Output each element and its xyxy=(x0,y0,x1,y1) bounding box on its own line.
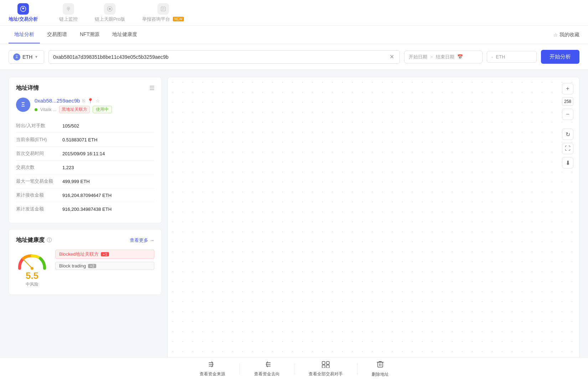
chain-selector[interactable]: Ξ ETH ▼ xyxy=(9,50,44,64)
nav-item-eye-pro[interactable]: 链上天眼Pro版 xyxy=(95,3,142,22)
svg-rect-17 xyxy=(326,365,329,368)
health-tag-count-1: +2 xyxy=(88,264,96,268)
svg-rect-16 xyxy=(322,365,325,368)
favorites-btn[interactable]: ☆ 我的收藏 xyxy=(553,32,579,38)
arrow-right-icon: → xyxy=(150,238,154,243)
delete-icon xyxy=(377,360,384,370)
tab-tx-graph[interactable]: 交易图谱 xyxy=(41,26,73,43)
health-tags: Blocked地址关联方 +1 Block trading +2 xyxy=(55,250,154,270)
delete-address-btn[interactable]: 删除地址 xyxy=(357,360,403,378)
detail-value-2: 2015/09/09 16:11:14 xyxy=(62,151,105,156)
health-gauge-wrap: 5.5 中风险 xyxy=(16,250,48,287)
detail-rows: 转出/入对手数 105/502 当前余额(ETH) 0.51883071 ETH… xyxy=(16,119,154,216)
health-tag-count-0: +1 xyxy=(101,252,109,256)
nav-item-report[interactable]: 举报咨询平台 NEW xyxy=(142,3,201,22)
detail-value-6: 916,200.34987438 ETH xyxy=(62,207,112,212)
address-detail-title: 地址详情 xyxy=(16,84,39,92)
health-tag-1: Block trading +2 xyxy=(55,262,154,270)
end-date-label: 结束日期 xyxy=(436,54,454,60)
active-dot xyxy=(35,108,37,111)
main-content: 地址详情 ☰ Ξ 0xab58...259aec9b ⎘ 📍 ☆ xyxy=(0,70,588,379)
nav-item-address[interactable]: 地址/交易分析 xyxy=(9,3,59,22)
download-button[interactable]: ⬇ xyxy=(562,157,573,168)
health-header: 地址健康度 ⓘ 查看更多 → xyxy=(16,236,154,244)
nav-label-eye-pro: 链上天眼Pro版 xyxy=(95,16,125,22)
detail-label-0: 转出/入对手数 xyxy=(16,123,62,129)
all-partners-btn[interactable]: 查看全部交易对手 xyxy=(294,361,357,377)
bookmark-icon[interactable]: ☆ xyxy=(96,98,100,104)
fund-dest-label: 查看资金去向 xyxy=(254,371,280,377)
detail-row-3: 交易次数 1,223 xyxy=(16,161,154,175)
detail-label-4: 最大一笔交易金额 xyxy=(16,178,62,184)
detail-value-0: 105/502 xyxy=(62,123,79,129)
start-date-label: 开始日期 xyxy=(409,54,427,60)
address-meta-row: Vitalik ... 黑地址关联方 使用中 xyxy=(35,106,154,113)
tab-address-health[interactable]: 地址健康度 xyxy=(107,26,143,43)
zoom-out-button[interactable]: − xyxy=(562,109,573,120)
address-input-wrapper: ✕ xyxy=(48,50,400,64)
date-range-picker[interactable]: 开始日期 > 结束日期 📅 xyxy=(404,51,483,63)
detail-label-2: 首次交易时间 xyxy=(16,150,62,157)
health-gauge-svg xyxy=(16,250,48,271)
tab-nft-trace[interactable]: NFT溯源 xyxy=(74,26,105,43)
health-tag-label-1: Block trading xyxy=(59,263,86,269)
section-menu-icon[interactable]: ☰ xyxy=(149,85,154,92)
health-body: 5.5 中风险 Blocked地址关联方 +1 Block trading +2 xyxy=(16,250,154,287)
health-risk-level: 中风险 xyxy=(26,281,38,287)
graph-background xyxy=(168,77,579,371)
tab-address-analysis[interactable]: 地址分析 xyxy=(9,26,40,43)
address-action-icons: ⎘ 📍 ☆ xyxy=(82,98,100,104)
address-header: Ξ 0xab58...259aec9b ⎘ 📍 ☆ Vitalik ... 黑地 xyxy=(16,98,154,113)
graph-panel: + 258 − ↻ ⛶ ⬇ xyxy=(167,77,579,371)
address-hash-row: 0xab58...259aec9b ⎘ 📍 ☆ xyxy=(35,98,154,104)
detail-label-1: 当前余额(ETH) xyxy=(16,136,62,143)
location-icon[interactable]: 📍 xyxy=(87,98,93,104)
refresh-button[interactable]: ↻ xyxy=(562,129,573,140)
graph-controls: + 258 − ↻ ⛶ ⬇ xyxy=(562,83,573,168)
health-tag-label-0: Blocked地址关联方 xyxy=(59,251,99,257)
svg-rect-14 xyxy=(322,361,325,364)
nav-label-report: 举报咨询平台 xyxy=(142,16,170,22)
address-input[interactable] xyxy=(53,54,388,60)
new-badge: NEW xyxy=(173,17,184,21)
nav-item-monitor[interactable]: 链上监控 xyxy=(59,3,95,22)
svg-point-2 xyxy=(68,8,69,9)
detail-label-5: 累计接收金额 xyxy=(16,192,62,198)
bottom-action-bar: 查看资金来源 查看资金去向 查看全部交易对手 xyxy=(0,357,588,379)
address-health-card: 地址健康度 ⓘ 查看更多 → xyxy=(9,229,162,295)
fund-source-icon xyxy=(208,361,217,370)
svg-point-4 xyxy=(109,8,111,10)
clear-icon[interactable]: ✕ xyxy=(388,53,395,61)
eye-pro-nav-icon xyxy=(104,3,115,15)
vitalik-label: Vitalik ... xyxy=(40,107,56,112)
amount-filter[interactable]: - ETH xyxy=(487,51,537,63)
health-title-text: 地址健康度 xyxy=(16,236,45,244)
calendar-icon: 📅 xyxy=(457,54,463,59)
health-more-link[interactable]: 查看更多 → xyxy=(130,237,154,244)
detail-row-0: 转出/入对手数 105/502 xyxy=(16,119,154,133)
health-info-icon: ⓘ xyxy=(47,237,52,244)
detail-row-6: 累计发送金额 916,200.34987438 ETH xyxy=(16,202,154,216)
zoom-in-button[interactable]: + xyxy=(562,83,573,94)
address-detail-card: 地址详情 ☰ Ξ 0xab58...259aec9b ⎘ 📍 ☆ xyxy=(9,77,162,223)
fund-source-btn[interactable]: 查看资金来源 xyxy=(185,361,239,377)
health-tag-0: Blocked地址关联方 +1 xyxy=(55,250,154,259)
nav-label-address: 地址/交易分析 xyxy=(9,16,38,22)
report-nav-icon xyxy=(158,3,169,15)
svg-point-7 xyxy=(31,267,33,270)
copy-icon[interactable]: ⎘ xyxy=(82,98,85,104)
start-analysis-button[interactable]: 开始分析 xyxy=(541,50,579,64)
fund-dest-icon xyxy=(263,361,271,370)
amount-unit: ETH xyxy=(496,54,505,59)
svg-rect-15 xyxy=(326,361,329,364)
top-navigation: 地址/交易分析 链上监控 链上天眼Pro版 举报咨询平台 xyxy=(0,0,588,26)
active-tag: 使用中 xyxy=(93,106,112,113)
fullscreen-button[interactable]: ⛶ xyxy=(562,143,573,154)
fund-source-label: 查看资金来源 xyxy=(200,371,225,377)
all-partners-label: 查看全部交易对手 xyxy=(309,371,343,377)
detail-value-5: 916,204.87094647 ETH xyxy=(62,193,112,198)
health-score: 5.5 xyxy=(26,270,38,281)
fund-dest-btn[interactable]: 查看资金去向 xyxy=(240,361,294,377)
detail-row-5: 累计接收金额 916,204.87094647 ETH xyxy=(16,188,154,202)
amount-dash: - xyxy=(491,54,493,59)
